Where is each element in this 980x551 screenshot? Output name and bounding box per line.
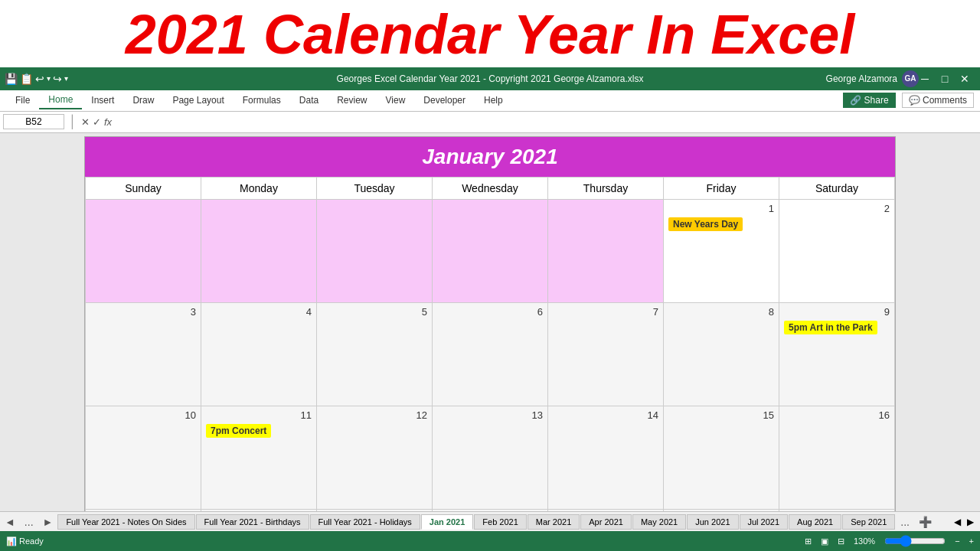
- calendar-cell-3-3[interactable]: 12: [317, 406, 433, 509]
- day-number: 2: [784, 203, 890, 214]
- sheet-tab-jan-2021[interactable]: Jan 2021: [421, 514, 473, 530]
- sheet-nav-next[interactable]: ►: [38, 516, 58, 528]
- calendar-event[interactable]: 5pm Art in the Park: [784, 321, 877, 334]
- sheet-tab-feb-2021[interactable]: Feb 2021: [474, 514, 526, 530]
- calendar-cell-1-1[interactable]: [86, 199, 201, 302]
- calendar-event[interactable]: New Years Day: [668, 217, 743, 231]
- calendar-cell-2-7[interactable]: 95pm Art in the Park: [779, 302, 895, 406]
- calendar-header: January 2021: [85, 137, 895, 177]
- add-sheet-button[interactable]: ➕: [914, 516, 936, 528]
- calendar-cell-2-3[interactable]: 5: [317, 302, 433, 406]
- calendar-container: January 2021 Sunday Monday Tuesday Wedne…: [84, 136, 896, 551]
- day-number: 1: [668, 203, 774, 214]
- day-header-sunday: Sunday: [86, 177, 201, 199]
- formula-input[interactable]: [115, 116, 977, 127]
- calendar-cell-1-4[interactable]: [433, 199, 548, 302]
- tab-home[interactable]: Home: [39, 91, 82, 109]
- status-ready: 📊 Ready: [6, 536, 44, 546]
- cell-reference[interactable]: B52: [3, 114, 64, 129]
- cancel-formula-icon[interactable]: ✕: [81, 116, 90, 128]
- page-layout-icon[interactable]: ▣: [821, 536, 828, 546]
- tab-draw[interactable]: Draw: [123, 92, 163, 109]
- ribbon-right-actions: 🔗 Share 💬 Comments: [843, 93, 974, 108]
- day-number: 5: [322, 306, 427, 318]
- calendar-cell-3-4[interactable]: 13: [433, 406, 548, 509]
- window-controls: ─ □ ✕: [916, 71, 974, 86]
- day-header-friday: Friday: [664, 177, 779, 199]
- sheet-tab-sep-2021[interactable]: Sep 2021: [842, 514, 895, 530]
- sheet-tab-jul-2021[interactable]: Jul 2021: [740, 514, 789, 530]
- calendar-week-3: 10117pm Concert1213141516: [86, 406, 895, 509]
- sheet-nav-prev[interactable]: ◄: [0, 516, 20, 528]
- formula-bar-separator: │: [69, 115, 77, 129]
- tab-formulas[interactable]: Formulas: [234, 92, 290, 109]
- sheet-nav-dots-left[interactable]: ...: [20, 516, 38, 528]
- undo-dropdown-icon[interactable]: ▾: [47, 74, 51, 83]
- tab-file[interactable]: File: [6, 92, 39, 109]
- formula-bar: B52 │ ✕ ✓ fx: [0, 112, 980, 133]
- sheet-tab-may-2021[interactable]: May 2021: [632, 514, 686, 530]
- calendar-header-row: Sunday Monday Tuesday Wednesday Thursday…: [86, 177, 895, 199]
- tab-data[interactable]: Data: [290, 92, 328, 109]
- calendar-cell-1-6[interactable]: 1New Years Day: [664, 199, 779, 302]
- formula-bar-icons: ✕ ✓ fx: [81, 116, 112, 128]
- sheet-tab-full-year-2021---notes-on-sides[interactable]: Full Year 2021 - Notes On Sides: [57, 514, 194, 530]
- restore-button[interactable]: □: [936, 71, 954, 86]
- zoom-in-icon[interactable]: +: [969, 536, 974, 546]
- calendar-grid: Sunday Monday Tuesday Wednesday Thursday…: [85, 177, 895, 551]
- calendar-cell-2-1[interactable]: 3: [86, 302, 201, 406]
- tab-developer[interactable]: Developer: [414, 92, 475, 109]
- day-header-tuesday: Tuesday: [317, 177, 433, 199]
- close-button[interactable]: ✕: [956, 71, 974, 86]
- calendar-cell-3-5[interactable]: 14: [548, 406, 664, 509]
- sheet-tab-jun-2021[interactable]: Jun 2021: [687, 514, 738, 530]
- grid-view-icon[interactable]: ⊞: [805, 536, 812, 546]
- scroll-right-icon[interactable]: ▶: [967, 517, 974, 527]
- sheet-tab-mar-2021[interactable]: Mar 2021: [528, 514, 580, 530]
- status-right: ⊞ ▣ ⊟ 130% − +: [805, 536, 974, 546]
- calendar-cell-3-6[interactable]: 15: [664, 406, 779, 509]
- calendar-cell-1-3[interactable]: [317, 199, 433, 302]
- zoom-out-icon[interactable]: −: [955, 536, 959, 546]
- confirm-formula-icon[interactable]: ✓: [93, 116, 101, 128]
- calendar-cell-1-7[interactable]: 2: [779, 199, 895, 302]
- calendar-cell-2-4[interactable]: 6: [433, 302, 548, 406]
- tab-review[interactable]: Review: [328, 92, 376, 109]
- calendar-cell-2-2[interactable]: 4: [201, 302, 317, 406]
- save-as-icon[interactable]: 📋: [20, 73, 33, 85]
- ready-icon: 📊: [6, 536, 17, 546]
- tab-page-layout[interactable]: Page Layout: [163, 92, 233, 109]
- zoom-slider[interactable]: [884, 536, 946, 546]
- calendar-cell-1-5[interactable]: [548, 199, 664, 302]
- sheet-tab-full-year-2021---holidays[interactable]: Full Year 2021 - Holidays: [310, 514, 420, 530]
- sheet-tab-aug-2021[interactable]: Aug 2021: [789, 514, 841, 530]
- redo-icon[interactable]: ↪: [53, 73, 62, 85]
- comments-button[interactable]: 💬 Comments: [902, 93, 974, 108]
- calendar-event[interactable]: 7pm Concert: [206, 424, 271, 438]
- tab-view[interactable]: View: [377, 92, 415, 109]
- page-break-icon[interactable]: ⊟: [838, 536, 844, 546]
- calendar-cell-3-1[interactable]: 10: [86, 406, 201, 509]
- calendar-cell-2-6[interactable]: 8: [664, 302, 779, 406]
- insert-function-icon[interactable]: fx: [104, 116, 112, 128]
- excel-titlebar: 💾 📋 ↩ ▾ ↪ ▾ Georges Excel Calendar Year …: [0, 67, 980, 90]
- calendar-cell-3-2[interactable]: 117pm Concert: [201, 406, 317, 509]
- day-number: 12: [322, 409, 427, 421]
- undo-icon[interactable]: ↩: [35, 73, 44, 85]
- sheet-nav-dots-right[interactable]: ...: [896, 516, 914, 528]
- day-number: 9: [784, 306, 890, 318]
- calendar-cell-1-2[interactable]: [201, 199, 317, 302]
- sheet-tab-full-year-2021---birthdays[interactable]: Full Year 2021 - Birthdays: [196, 514, 309, 530]
- day-number: 4: [206, 306, 312, 318]
- sheet-tab-apr-2021[interactable]: Apr 2021: [580, 514, 632, 530]
- scroll-left-icon[interactable]: ◀: [954, 517, 961, 527]
- minimize-button[interactable]: ─: [916, 71, 934, 86]
- main-title: 2021 Calendar Year In Excel: [0, 6, 980, 64]
- tab-insert[interactable]: Insert: [82, 92, 123, 109]
- calendar-cell-2-5[interactable]: 7: [548, 302, 664, 406]
- tab-help[interactable]: Help: [475, 92, 512, 109]
- quick-access-icon[interactable]: ▾: [64, 74, 68, 83]
- calendar-cell-3-7[interactable]: 16: [779, 406, 895, 509]
- save-icon[interactable]: 💾: [5, 73, 18, 85]
- share-button[interactable]: 🔗 Share: [843, 93, 895, 108]
